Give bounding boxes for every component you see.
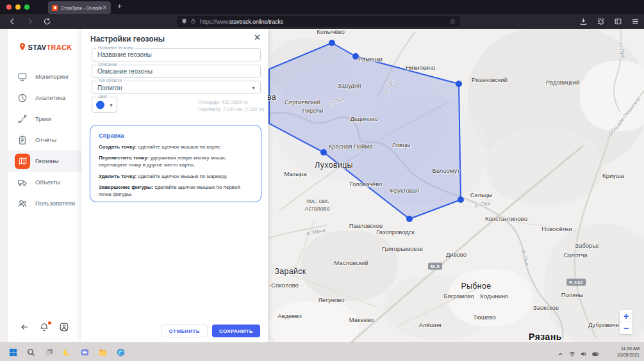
road-badge: Р-132	[566, 279, 586, 286]
map-label: Сельцы	[470, 191, 493, 198]
task-view-icon[interactable]	[42, 346, 56, 359]
notification-dot	[48, 321, 51, 325]
dialog-title: Настройки геозоны	[90, 35, 165, 44]
geofence-name-input[interactable]	[92, 49, 260, 61]
menu-hamburger-icon[interactable]	[630, 17, 640, 27]
map-label: Тюшево	[473, 314, 496, 321]
map-label: Радовицкий	[546, 79, 580, 86]
users-icon	[15, 196, 30, 211]
map-icon	[15, 154, 30, 169]
tab-bar: СтавТрак - Онлайн мониторин ✕ +	[0, 0, 644, 14]
url-bar[interactable]: https://www.stavtrack.online/tracks ☆	[177, 16, 460, 27]
geofence-metrics: Площадь: 432.3385 га Периметр: 7.937 км,…	[198, 99, 264, 113]
collapse-back-icon[interactable]	[19, 322, 31, 333]
geofence-description-input[interactable]	[92, 65, 260, 77]
route-icon	[15, 111, 30, 127]
sidebar-item-users[interactable]: Пользователи	[8, 193, 81, 214]
color-picker[interactable]: Цвет ▼	[92, 97, 117, 113]
truck-icon	[15, 175, 30, 190]
tray-chevron-up-icon[interactable]	[557, 349, 565, 357]
area-value: Площадь: 432.3385 га	[198, 99, 264, 106]
map-label: р. Ока	[521, 250, 531, 266]
toolbar-right-icons	[578, 14, 640, 29]
sidebar-item-label: Треки	[35, 115, 51, 122]
browser-chrome: СтавТрак - Онлайн мониторин ✕ + https://…	[0, 0, 644, 29]
sidebar-item-label: Мониторинг	[35, 73, 69, 80]
sidebar-toggle-icon[interactable]	[613, 17, 623, 27]
map-label: Баграмово	[443, 293, 474, 300]
sidebar-item-label: Объекты	[35, 179, 60, 186]
window-maximize-button[interactable]	[24, 4, 29, 10]
map-zoom-out-button[interactable]: −	[620, 322, 632, 334]
map-label: Зарудня	[338, 82, 361, 89]
map-label: Сергиевский	[285, 99, 320, 106]
save-button[interactable]: СОХРАНИТЬ	[212, 325, 260, 337]
help-item: Завершение фигуры: сделайте щелчок мышью…	[99, 184, 252, 198]
logo-text-track: TRACK	[46, 44, 72, 51]
help-item-lead: Завершение фигуры:	[99, 184, 153, 190]
search-icon[interactable]	[24, 346, 38, 359]
sidebar-item-analytics[interactable]: Аналитика	[8, 87, 81, 108]
clipboard-icon	[15, 132, 30, 148]
map-label: Фруктовая	[390, 187, 419, 194]
map-label: -Соколово	[269, 282, 299, 289]
map-label: Константиново	[485, 215, 527, 222]
chevron-down-icon: ▼	[251, 85, 256, 90]
perimeter-value: Периметр: 7.937 км, (7.937 м)	[198, 106, 264, 113]
help-panel: Справка Создать точку: сделайте щелчок м…	[90, 125, 261, 202]
sidebar-item-objects[interactable]: Объекты	[8, 172, 81, 193]
map-label: Ловцы	[392, 141, 411, 148]
wifi-icon[interactable]	[568, 349, 576, 357]
lock-icon[interactable]	[190, 18, 196, 26]
notifications-bell-icon[interactable]	[39, 322, 51, 333]
new-tab-button[interactable]: +	[117, 2, 122, 11]
taskbar-clock[interactable]: 11:00 AM 10/05/2021	[617, 346, 640, 358]
dialog-actions: ОТМЕНИТЬ СОХРАНИТЬ	[161, 325, 261, 337]
window-minimize-button[interactable]	[15, 4, 21, 10]
area-type-select[interactable]: Тип области Полигон ▼	[92, 81, 261, 94]
reload-icon[interactable]	[42, 17, 52, 27]
map-label: Авдеево	[277, 312, 302, 319]
browser-tab[interactable]: СтавТрак - Онлайн мониторин ✕	[48, 1, 111, 14]
geofence-name-field[interactable]: Название геозоны	[92, 48, 261, 61]
geofence-description-field[interactable]: Описание	[92, 65, 261, 78]
back-icon[interactable]	[7, 17, 17, 27]
account-icon[interactable]	[59, 322, 70, 333]
volume-icon[interactable]	[580, 349, 588, 357]
start-button-icon[interactable]	[6, 346, 20, 359]
window-close-button[interactable]	[6, 4, 12, 10]
tab-favicon	[52, 5, 58, 11]
chat-app-icon[interactable]	[78, 346, 92, 359]
tab-close-icon[interactable]: ✕	[102, 4, 107, 11]
url-text: stavtrack.online/tracks	[229, 19, 283, 25]
file-explorer-icon[interactable]	[96, 346, 110, 359]
selected-color-swatch[interactable]	[96, 100, 104, 109]
logo-pin-icon	[18, 42, 27, 53]
map-label: Летуново	[318, 296, 344, 303]
help-item: Переместить точку: удерживая левую кнопк…	[99, 154, 252, 168]
downloads-icon[interactable]	[578, 17, 588, 27]
map-label: Большое Рязанское	[608, 96, 642, 137]
map-zoom-in-button[interactable]: +	[620, 310, 632, 322]
sidebar-item-geozones[interactable]: Геозоны	[8, 150, 81, 172]
help-item-lead: Создать точку:	[99, 144, 136, 150]
extensions-icon[interactable]	[595, 17, 606, 27]
map-label: Григорьевское	[382, 245, 423, 252]
close-icon[interactable]: ✕	[254, 33, 261, 42]
shield-icon[interactable]	[181, 18, 187, 26]
sidebar-item-reports[interactable]: Отчёты	[8, 129, 81, 150]
cancel-button[interactable]: ОТМЕНИТЬ	[161, 325, 208, 337]
clock-date: 10/05/2021	[617, 352, 640, 358]
map-label: Рыбное	[461, 282, 491, 291]
map-label: р. Ока	[327, 95, 345, 106]
map-label: Зарайск	[274, 267, 306, 276]
night-mode-moon-icon[interactable]	[60, 346, 74, 359]
map-label: Макеево	[349, 316, 374, 323]
sidebar-item-tracks[interactable]: Треки	[8, 108, 81, 129]
sidebar-item-monitoring[interactable]: Мониторинг	[8, 66, 81, 87]
bookmark-star-icon[interactable]: ☆	[450, 18, 456, 25]
forward-icon[interactable]	[24, 17, 35, 27]
battery-icon[interactable]	[591, 349, 599, 357]
edge-browser-icon[interactable]	[114, 346, 128, 359]
sidebar-footer	[8, 322, 81, 333]
